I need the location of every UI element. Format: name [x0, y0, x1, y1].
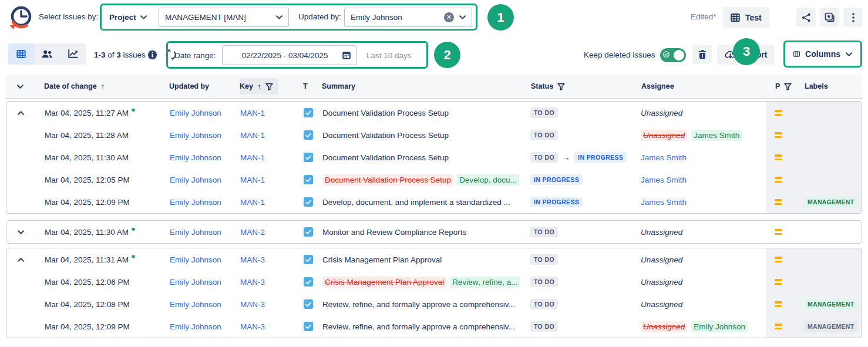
new-change-dot-icon: [132, 228, 135, 231]
issue-key-link[interactable]: MAN-3: [240, 322, 265, 331]
view-users-button[interactable]: [34, 43, 60, 65]
expand-group-chevron-icon[interactable]: [18, 230, 24, 234]
table-row: 3 Mar 04, 2025, 11:30 AM Emily Johnson M…: [6, 221, 862, 243]
transition-arrow-icon: →: [562, 153, 570, 162]
task-type-icon: [304, 130, 313, 140]
project-select-value: MANAGEMENT [MAN]: [165, 13, 276, 22]
priority-medium-icon: [775, 154, 782, 160]
sort-asc-icon[interactable]: ↑: [101, 82, 105, 91]
view-table-button[interactable]: [8, 43, 34, 65]
summary-text: Monitor and Review Compliance Reports: [322, 228, 466, 237]
status-badge-from: TO DO: [530, 152, 558, 163]
issues-count: 1-3 of 3 issues: [94, 50, 146, 59]
toggle-knob: [674, 50, 684, 60]
summary-removed: Crisis Management Plan Approval: [322, 277, 446, 288]
issue-key-link[interactable]: MAN-2: [240, 228, 265, 237]
sort-asc-icon[interactable]: ↑: [257, 82, 261, 91]
clear-icon[interactable]: ✕: [444, 12, 454, 22]
assignee-link[interactable]: James Smith: [641, 153, 687, 162]
updated-by-link[interactable]: Emily Johnson: [170, 109, 221, 117]
task-type-icon: [304, 197, 313, 207]
header-date-of-change[interactable]: Date of change ↑: [38, 82, 169, 91]
annotation-step-1-number: 1: [497, 10, 504, 25]
header-status[interactable]: Status: [530, 82, 640, 90]
updated-by-link[interactable]: Emily Johnson: [170, 255, 221, 264]
info-icon[interactable]: [147, 50, 157, 62]
issue-key-link[interactable]: MAN-1: [240, 109, 265, 117]
header-updated-by[interactable]: Updated by: [169, 82, 240, 90]
project-select[interactable]: MANAGEMENT [MAN]: [159, 8, 289, 27]
more-menu-button[interactable]: [843, 8, 863, 27]
columns-button[interactable]: Columns: [786, 43, 860, 65]
report-name-button[interactable]: Test: [723, 7, 769, 28]
updated-by-link[interactable]: Emily Johnson: [170, 228, 221, 237]
summary-text: Develop, document, and implement a stand…: [322, 198, 510, 207]
priority-medium-icon: [775, 279, 782, 285]
issue-key-link[interactable]: MAN-3: [240, 278, 265, 287]
date-range-input[interactable]: 02/22/2025 - 03/04/2025: [222, 45, 357, 65]
filter-icon[interactable]: [784, 83, 792, 90]
assignee-link[interactable]: James Smith: [641, 198, 687, 207]
task-type-icon: [304, 277, 313, 287]
issue-key-link[interactable]: MAN-1: [240, 176, 265, 184]
header-assignee[interactable]: Assignee: [640, 82, 766, 90]
updated-by-link[interactable]: Emily Johnson: [170, 131, 221, 140]
updated-by-select[interactable]: Emily Johnson ✕: [344, 8, 472, 27]
assignee-removed: Unassigned: [641, 130, 687, 141]
table-row: Mar 04, 2025, 12:09 PM Emily Johnson MAN…: [6, 315, 862, 338]
assignee-text: Unassigned: [641, 278, 682, 287]
collapse-all-chevron-icon[interactable]: [17, 85, 23, 89]
keep-deleted-toggle[interactable]: [660, 48, 686, 62]
delete-report-button[interactable]: [692, 45, 712, 64]
issue-key-link[interactable]: MAN-1: [240, 198, 265, 207]
save-report-icon: [825, 12, 835, 22]
collapse-group-chevron-icon[interactable]: [18, 111, 24, 115]
filter-icon[interactable]: [265, 83, 273, 90]
status-badge-to: IN PROGRESS: [574, 152, 627, 163]
updated-by-link[interactable]: Emily Johnson: [170, 198, 221, 207]
filter-icon[interactable]: [557, 83, 565, 90]
select-by-mode-dropdown[interactable]: Project: [109, 8, 147, 26]
header-priority[interactable]: P: [766, 82, 802, 90]
priority-medium-icon: [775, 301, 782, 307]
task-type-icon: [304, 108, 313, 117]
calendar-icon[interactable]: [342, 50, 351, 60]
issues-count-total: 3: [116, 50, 121, 59]
issue-key-link[interactable]: MAN-3: [240, 255, 265, 264]
view-chart-button[interactable]: [60, 43, 86, 65]
header-type[interactable]: T: [303, 82, 322, 90]
columns-label: Columns: [805, 49, 840, 59]
updated-by-link[interactable]: Emily Johnson: [170, 278, 221, 287]
report-name-label: Test: [745, 13, 762, 22]
status-badge: TO DO: [530, 254, 558, 265]
issue-key-link[interactable]: MAN-3: [240, 300, 265, 309]
collapse-group-chevron-icon[interactable]: [18, 258, 24, 262]
issue-group-man-2: 3 Mar 04, 2025, 11:30 AM Emily Johnson M…: [6, 220, 862, 244]
assignee-link[interactable]: James Smith: [641, 176, 687, 184]
annotation-step-3-number: 3: [743, 44, 750, 59]
updated-by-link[interactable]: Emily Johnson: [170, 300, 221, 309]
date-range-label: Date range:: [174, 51, 216, 60]
updated-by-link[interactable]: Emily Johnson: [170, 153, 221, 162]
issue-key-link[interactable]: MAN-1: [240, 131, 265, 140]
status-badge: IN PROGRESS: [530, 174, 583, 186]
updated-by-link[interactable]: Emily Johnson: [170, 176, 221, 184]
table-row: Mar 04, 2025, 12:06 PM Emily Johnson MAN…: [6, 271, 862, 293]
header-key[interactable]: Key ↑: [240, 78, 303, 95]
assignee-added: James Smith: [691, 130, 742, 141]
keep-deleted-label: Keep deleted issues: [584, 50, 655, 59]
save-report-button[interactable]: [820, 8, 839, 27]
label-tag-added: MANAGEMENT: [804, 197, 857, 208]
issues-count-unit: issues: [123, 50, 146, 59]
updated-by-link[interactable]: Emily Johnson: [170, 322, 221, 331]
table-view-icon: [16, 49, 26, 59]
header-summary[interactable]: Summary: [322, 82, 530, 90]
new-change-dot-icon: [132, 255, 135, 259]
share-button[interactable]: [796, 8, 816, 27]
columns-icon: [793, 50, 800, 58]
change-date: Mar 04, 2025, 12:09 PM: [45, 198, 130, 207]
assignee-text: Unassigned: [641, 228, 682, 237]
issue-key-link[interactable]: MAN-1: [240, 153, 265, 162]
table-row: Mar 04, 2025, 11:30 AM Emily Johnson MAN…: [6, 146, 862, 169]
header-labels[interactable]: Labels: [802, 82, 862, 90]
